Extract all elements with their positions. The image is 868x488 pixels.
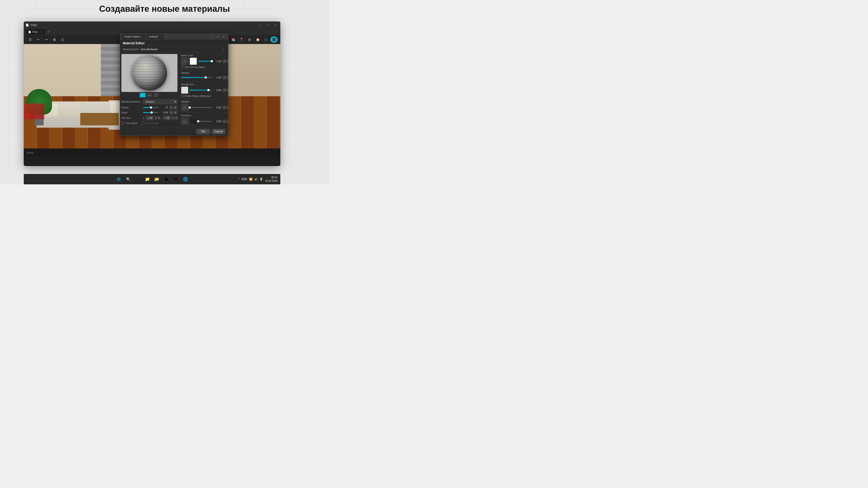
me-scale-slider[interactable] bbox=[143, 112, 159, 113]
me-no-texture-label: NoTexture bbox=[182, 59, 187, 63]
me-cancel-button[interactable]: Cancel bbox=[212, 129, 225, 134]
undo-button[interactable]: ↩ bbox=[35, 36, 42, 43]
me-ok-button[interactable]: OK bbox=[196, 129, 210, 134]
me-roughness-fill bbox=[190, 90, 209, 91]
me-roughness-swatch[interactable] bbox=[181, 87, 188, 94]
me-preview-plane-tab[interactable]: ▭ bbox=[147, 93, 152, 97]
cube-solid-button[interactable]: ⬛ bbox=[270, 36, 278, 43]
tab-add-button[interactable]: + bbox=[46, 30, 51, 34]
menu-button[interactable]: ☰ bbox=[26, 36, 34, 43]
cube-outline-button[interactable]: ◻ bbox=[262, 36, 270, 43]
me-tab2-close[interactable]: × bbox=[160, 35, 161, 38]
me-scale-thumb[interactable] bbox=[151, 111, 153, 113]
me-name-close[interactable]: × bbox=[222, 47, 225, 51]
tab-patio[interactable]: 📄 Patio × bbox=[26, 29, 45, 35]
me-metallic-plus[interactable]: + bbox=[227, 106, 228, 109]
me-rotate-thumb[interactable] bbox=[150, 106, 152, 109]
me-tile-x-plus[interactable]: + bbox=[158, 116, 160, 120]
me-tile-x-minus[interactable]: − bbox=[155, 116, 157, 120]
me-close[interactable]: × bbox=[221, 34, 226, 39]
me-tab-add[interactable]: + bbox=[164, 34, 169, 39]
me-opacity-value: 1.00 bbox=[213, 76, 221, 79]
me-tile-divider: | bbox=[161, 117, 162, 119]
app-icon: 📄 bbox=[26, 24, 29, 27]
me-blending-select[interactable]: Replace bbox=[143, 99, 177, 104]
me-base-texture[interactable]: NoTexture bbox=[181, 58, 188, 65]
me-tab-gallery[interactable]: Project Gallery × bbox=[122, 34, 145, 39]
me-metallic-slider[interactable] bbox=[190, 107, 212, 108]
me-scale-plus[interactable]: + bbox=[174, 111, 177, 114]
folder-button[interactable]: 📂 bbox=[153, 175, 161, 183]
pin-button[interactable]: 📍 bbox=[238, 36, 245, 43]
search-taskbar-button[interactable]: 🔍 bbox=[124, 175, 132, 183]
me-use-texture-label: Use Texture Alpha bbox=[185, 66, 205, 68]
me-emissive-value: 0.00 bbox=[213, 120, 221, 123]
me-tile-y-input[interactable] bbox=[163, 116, 171, 120]
me-maximize[interactable]: □ bbox=[215, 34, 220, 39]
me-base-color-slider[interactable] bbox=[198, 61, 212, 62]
me-opacity-slider[interactable] bbox=[181, 77, 212, 78]
me-emissive-minus[interactable]: − bbox=[223, 120, 226, 123]
me-divider-4 bbox=[181, 112, 228, 113]
task-view-button[interactable]: ⬚ bbox=[134, 175, 142, 183]
me-use-texture-checkbox[interactable] bbox=[181, 66, 184, 68]
me-read-only-checkbox[interactable] bbox=[142, 122, 145, 125]
start-button[interactable]: ⊞ bbox=[115, 175, 123, 183]
house-button[interactable]: 🏠 bbox=[254, 36, 261, 43]
me-roughness-plus[interactable]: + bbox=[227, 88, 228, 92]
app-button[interactable]: 🌐 bbox=[181, 175, 189, 183]
cart-button[interactable]: 🛒 bbox=[59, 36, 66, 43]
me-tab1-close[interactable]: × bbox=[142, 35, 143, 38]
me-base-minus[interactable]: − bbox=[223, 59, 226, 63]
tray-expand[interactable]: ^ bbox=[238, 177, 240, 181]
me-emissive-thumb[interactable] bbox=[197, 120, 199, 123]
me-tile-y-plus[interactable]: + bbox=[175, 116, 177, 120]
me-roughness-thumb[interactable] bbox=[207, 89, 210, 91]
time-display: 09:41 bbox=[265, 176, 278, 179]
me-base-color-title: Base Color bbox=[181, 54, 228, 57]
me-metallic-texture[interactable]: NoTexture bbox=[181, 104, 188, 111]
me-minimize[interactable]: ─ bbox=[209, 34, 215, 39]
me-preview-cube-tab[interactable]: □ bbox=[153, 93, 159, 97]
me-rotate-slider[interactable] bbox=[143, 107, 159, 108]
me-emissive-title: Emissive bbox=[181, 114, 228, 117]
me-emissive-texture[interactable]: NoTexture bbox=[181, 118, 188, 125]
chrome-button[interactable]: ◉ bbox=[162, 175, 170, 183]
me-roughness-slider[interactable] bbox=[190, 90, 212, 91]
me-scale-minus[interactable]: − bbox=[169, 111, 173, 114]
me-metallic-minus[interactable]: − bbox=[223, 106, 226, 109]
settings-taskbar-button[interactable]: ⚙ bbox=[172, 175, 180, 183]
me-opacity-plus[interactable]: + bbox=[227, 76, 228, 79]
tab-label: Patio bbox=[32, 31, 38, 33]
me-prefer-planar-checkbox[interactable] bbox=[181, 95, 184, 97]
me-roughness-minus[interactable]: − bbox=[223, 88, 226, 92]
me-metallic-thumb[interactable] bbox=[188, 106, 191, 109]
me-base-color-swatch[interactable] bbox=[190, 58, 197, 65]
me-rotate-minus[interactable]: − bbox=[169, 106, 173, 109]
me-two-sided-checkbox[interactable] bbox=[121, 122, 124, 125]
minimize-button[interactable]: ─ bbox=[258, 23, 264, 27]
maximize-button[interactable]: □ bbox=[265, 23, 271, 27]
me-emissive-swatch[interactable] bbox=[190, 118, 197, 125]
me-emissive-plus[interactable]: + bbox=[227, 120, 228, 123]
files-button[interactable]: 📁 bbox=[143, 175, 151, 183]
me-tab-untitled[interactable]: Untitled* × bbox=[147, 34, 163, 39]
me-roughness-row: 0.80 − + bbox=[181, 87, 228, 94]
me-rotate-plus[interactable]: + bbox=[174, 106, 177, 109]
layout-button[interactable]: ⊞ bbox=[246, 36, 253, 43]
me-emissive-slider[interactable] bbox=[198, 121, 212, 122]
me-base-plus[interactable]: + bbox=[227, 59, 228, 63]
redo-button[interactable]: ↪ bbox=[43, 36, 50, 43]
me-metallic-row: NoTexture 0.00 − + bbox=[181, 104, 228, 111]
me-tile-x-input[interactable] bbox=[146, 116, 154, 120]
me-base-thumb[interactable] bbox=[211, 60, 213, 62]
library-button[interactable]: 📚 bbox=[230, 36, 237, 43]
me-opacity-minus[interactable]: − bbox=[223, 76, 226, 79]
material-editor-window: Project Gallery × Untitled* × + ─ □ × Ma… bbox=[120, 33, 228, 136]
me-opacity-thumb[interactable] bbox=[205, 76, 207, 78]
me-tile-y-minus[interactable]: − bbox=[172, 116, 174, 120]
me-preview-sphere-tab[interactable]: ○ bbox=[140, 93, 146, 97]
close-button[interactable]: × bbox=[272, 23, 278, 27]
tab-close-button[interactable]: × bbox=[39, 30, 42, 33]
delete-button[interactable]: 🗑 bbox=[51, 36, 58, 43]
